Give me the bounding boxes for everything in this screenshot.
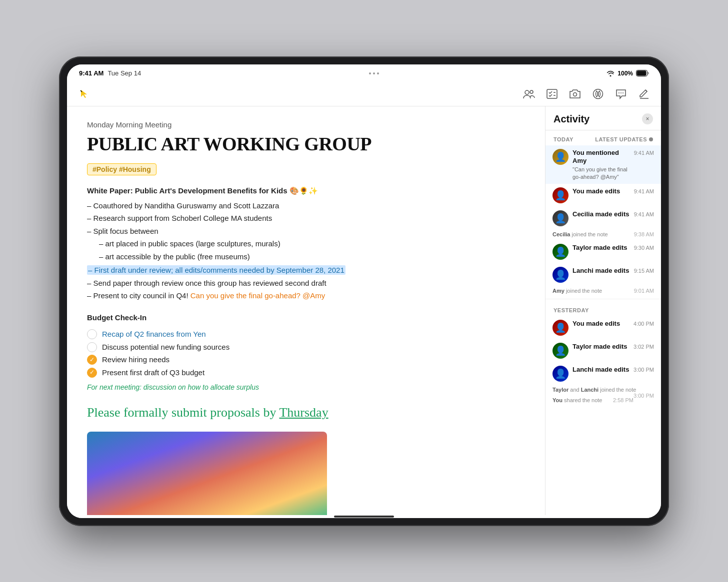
hashtags: #Policy #Housing [87, 163, 156, 175]
activity-join-amy: Amy joined the note 9:01 AM [546, 286, 661, 297]
camera-icon[interactable] [568, 87, 582, 101]
svg-point-3 [525, 90, 529, 94]
activity-item-you-edits[interactable]: 👤 You made edits 9:41 AM [546, 184, 661, 207]
white-paper-lines: – Coauthored by Nanditha Guruswamy and S… [87, 199, 525, 263]
budget-heading: Budget Check-In [87, 311, 525, 324]
activity-content-lanchi-today: Lanchi made edits [572, 267, 630, 275]
activity-title-you-edits: You made edits [572, 187, 630, 196]
thursday-text: Thursday [279, 405, 328, 420]
avatar-taylor-yesterday: 👤 [552, 343, 568, 359]
check-circle-4[interactable]: ✓ [87, 368, 97, 378]
activity-item-taylor-edits-today[interactable]: 👤 Taylor made edits 9:30 AM [546, 240, 661, 263]
checklist-icon[interactable] [545, 87, 559, 101]
activity-item-taylor-yesterday[interactable]: 👤 Taylor made edits 3:02 PM [546, 339, 661, 362]
activity-title: Activity [554, 113, 590, 125]
svg-point-12 [622, 92, 624, 93]
activity-body: TODAY LATEST UPDATES 👤 You mentioned Amy… [546, 130, 661, 515]
ipad-screen: 9:41 AM Tue Sep 14 100% [67, 64, 661, 518]
checklist-text-3: Review hiring needs [102, 353, 170, 366]
status-dot-3 [377, 72, 379, 74]
status-center [369, 72, 379, 74]
activity-title-you-mentioned: You mentioned Amy [572, 149, 630, 166]
status-time: 9:41 AM [79, 69, 104, 77]
activity-time-you-yesterday: 4:00 PM [634, 321, 654, 327]
avatar-lanchi-today: 👤 [552, 267, 568, 283]
status-dot-2 [373, 72, 375, 74]
activity-time-cecilia: 9:41 AM [634, 211, 654, 217]
today-label: TODAY [554, 136, 574, 142]
svg-point-8 [574, 93, 577, 96]
activity-title-taylor-yesterday: Taylor made edits [572, 343, 630, 351]
review-line: – Send paper through review once this gr… [87, 277, 525, 290]
activity-title-taylor-today: Taylor made edits [572, 244, 630, 252]
close-button[interactable]: × [642, 113, 653, 124]
white-paper-heading: White Paper: Public Art's Development Be… [87, 184, 525, 197]
present-mention: Can you give the final go-ahead? @Amy [190, 291, 326, 300]
activity-title-cecilia: Cecilia made edits [572, 210, 630, 219]
checklist-item-3: ✓ Review hiring needs [87, 353, 525, 366]
toolbar-right [522, 87, 651, 101]
wp-line-1: – Coauthored by Nanditha Guruswamy and S… [87, 199, 525, 212]
activity-title-lanchi-today: Lanchi made edits [572, 267, 630, 275]
checklist-item-2: Discuss potential new funding sources [87, 341, 525, 354]
activity-content-you-edits: You made edits [572, 187, 630, 196]
italic-note: For next meeting: discussion on how to a… [87, 382, 525, 394]
activity-join-taylor-lanchi: Taylor and Lanchi joined the note 3:00 P… [546, 385, 661, 396]
activity-title-lanchi-yesterday: Lanchi made edits [572, 366, 630, 374]
activity-content-lanchi-yesterday: Lanchi made edits [572, 366, 630, 374]
note-title: PUBLIC ART WORKING GROUP [87, 134, 525, 155]
yesterday-section-header: YESTERDAY [546, 301, 661, 316]
check-circle-2[interactable] [87, 342, 97, 352]
present-line: – Present to city council in Q4! Can you… [87, 289, 525, 302]
compose-icon[interactable] [637, 87, 651, 101]
highlighted-line: – First draft under review; all edits/co… [87, 264, 525, 277]
status-right: 100% [606, 70, 649, 77]
checklist-item-4: ✓ Present first draft of Q3 budget [87, 366, 525, 379]
activity-time-lanchi-yesterday: 3:00 PM [634, 367, 654, 373]
ipad-frame: 9:41 AM Tue Sep 14 100% [59, 56, 669, 526]
wp-line-3: – Split focus between [87, 225, 525, 238]
activity-panel: Activity × TODAY LATEST UPDATES 👤 [545, 106, 661, 515]
collaborate-icon[interactable] [522, 87, 536, 101]
svg-point-4 [530, 90, 533, 93]
status-dot-1 [369, 72, 371, 74]
svg-point-11 [620, 92, 622, 93]
section-divider [546, 299, 661, 299]
cursor-icon[interactable] [77, 87, 91, 101]
today-section-header: TODAY LATEST UPDATES [546, 130, 661, 145]
note-image-inner [87, 432, 327, 515]
submit-heading: Please formally submit proposals by Thur… [87, 402, 525, 424]
activity-content-taylor-yesterday: Taylor made edits [572, 343, 630, 351]
activity-item-lanchi-edits-today[interactable]: 👤 Lanchi made edits 9:15 AM [546, 263, 661, 286]
check-circle-1[interactable] [87, 329, 97, 339]
note-body: White Paper: Public Art's Development Be… [87, 184, 525, 515]
speech-bubble-icon[interactable] [614, 87, 628, 101]
updates-dot [649, 137, 653, 141]
svg-rect-1 [637, 71, 646, 76]
activity-time-you-edits: 9:41 AM [634, 188, 654, 194]
activity-title-you-yesterday: You made edits [572, 320, 630, 328]
avatar-cecilia: 👤 [552, 210, 568, 226]
main-content: Monday Morning Meeting PUBLIC ART WORKIN… [67, 106, 661, 515]
checklist-text-4: Present first draft of Q3 budget [102, 366, 204, 379]
activity-item-you-mentioned[interactable]: 👤 You mentioned Amy "Can you give the fi… [546, 145, 661, 184]
activity-item-lanchi-yesterday[interactable]: 👤 Lanchi made edits 3:00 PM [546, 362, 661, 385]
toolbar [67, 82, 661, 106]
avatar-you-mentioned: 👤 [552, 149, 568, 165]
avatar-you-yesterday: 👤 [552, 320, 568, 336]
svg-point-10 [618, 92, 620, 93]
activity-item-you-edits-yesterday[interactable]: 👤 You made edits 4:00 PM [546, 316, 661, 339]
checklist: Recap of Q2 finances from Yen Discuss po… [87, 328, 525, 379]
avatar-you-edits: 👤 [552, 187, 568, 203]
meeting-label: Monday Morning Meeting [87, 120, 525, 129]
yesterday-label: YESTERDAY [554, 307, 589, 313]
status-date: Tue Sep 14 [108, 69, 141, 77]
latest-updates-label: LATEST UPDATES [595, 136, 653, 142]
activity-item-cecilia-edits[interactable]: 👤 Cecilia made edits 9:41 AM [546, 207, 661, 230]
checklist-text-1: Recap of Q2 finances from Yen [102, 328, 206, 341]
activity-content-cecilia: Cecilia made edits [572, 210, 630, 219]
navigation-icon[interactable] [591, 87, 605, 101]
wp-line-4: – art placed in public spaces (large scu… [87, 237, 525, 250]
activity-header: Activity × [546, 106, 661, 130]
check-circle-3[interactable]: ✓ [87, 355, 97, 365]
